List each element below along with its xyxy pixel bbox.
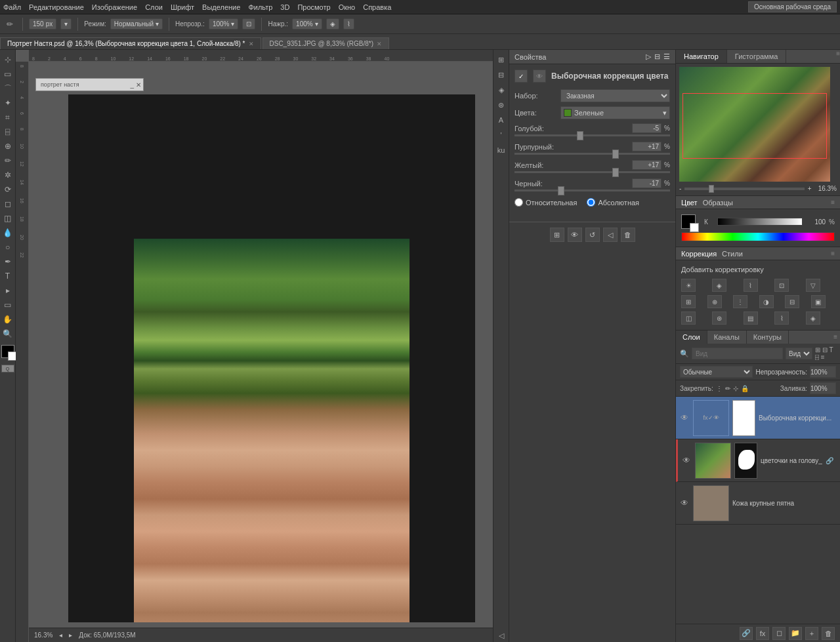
lock-px-icon[interactable]: ⋮ xyxy=(716,385,723,392)
nav-right-icon[interactable]: ▸ xyxy=(69,632,72,639)
color-section-header[interactable]: Цвет Образцы ≡ xyxy=(676,196,840,209)
link-layers-btn[interactable]: 🔗 xyxy=(740,627,753,640)
menu-layers[interactable]: Слои xyxy=(145,3,163,11)
crop-tool[interactable]: ⌗ xyxy=(1,111,14,124)
color-collapse-btn[interactable]: ≡ xyxy=(831,199,835,206)
action-prev-btn[interactable]: ◁ xyxy=(603,228,618,242)
text-tool[interactable]: T xyxy=(1,270,14,283)
correction-collapse-btn[interactable]: ≡ xyxy=(831,250,835,257)
posterize-btn[interactable]: ⊟ xyxy=(785,295,799,308)
dodge-tool[interactable]: ○ xyxy=(1,241,14,254)
blend-mode-select[interactable]: Обычные xyxy=(680,366,753,378)
pressure-value[interactable]: 100% ▾ xyxy=(292,18,322,30)
brush-preset-btn[interactable]: ▾ xyxy=(60,18,72,30)
yellow-input[interactable]: +17 xyxy=(632,160,662,170)
fill-value-input[interactable] xyxy=(810,382,836,394)
layer-item-2[interactable]: 👁 Кожа крупные пятна xyxy=(676,482,840,525)
menu-file[interactable]: Файл xyxy=(3,3,21,11)
hsl-btn[interactable]: ▽ xyxy=(806,279,820,292)
lock-all-icon[interactable]: 🔒 xyxy=(741,385,749,392)
menu-help[interactable]: Справка xyxy=(363,3,391,11)
canvas-area[interactable]: 8 2 4 6 8 10 12 14 16 18 20 22 24 26 28 … xyxy=(16,50,493,642)
cyan-input[interactable]: -5 xyxy=(632,123,662,133)
layers-search-type[interactable]: Вид xyxy=(786,348,812,359)
side-icon-6[interactable]: ' xyxy=(495,129,508,142)
brightness-btn[interactable]: ☀ xyxy=(681,279,696,292)
styles-tab[interactable]: Стили xyxy=(722,250,743,258)
side-icon-7[interactable]: ku xyxy=(495,144,508,157)
side-expand-icon[interactable]: ◁ xyxy=(495,629,508,642)
threshold-btn[interactable]: ▣ xyxy=(811,295,826,308)
color-tab[interactable]: Цвет xyxy=(681,199,698,207)
brush-size-input[interactable]: 150 px xyxy=(29,18,56,30)
tab-portrait-close[interactable]: ✕ xyxy=(249,41,254,47)
levels-btn[interactable]: ▤ xyxy=(744,311,758,325)
black-input[interactable]: -17 xyxy=(632,178,662,188)
absolute-radio[interactable]: Абсолютная xyxy=(587,198,639,207)
floating-panel-close[interactable]: ✕ xyxy=(136,81,141,89)
history-brush-tool[interactable]: ⟳ xyxy=(1,183,14,196)
layers-search-input[interactable] xyxy=(692,348,783,359)
floating-panel-controls[interactable]: _ ✕ xyxy=(130,81,141,89)
brush-tool-icon[interactable]: ✏ xyxy=(3,18,16,31)
side-icon-1[interactable]: ⊞ xyxy=(495,53,508,66)
colors-dropdown-icon[interactable]: ▾ xyxy=(663,109,667,117)
add-mask-btn[interactable]: ◻ xyxy=(772,627,786,640)
yellow-slider-track[interactable] xyxy=(514,171,670,173)
invert-btn[interactable]: ◑ xyxy=(759,295,774,308)
channels-tab[interactable]: Каналы xyxy=(707,331,747,344)
lock-brush-icon[interactable]: ✏ xyxy=(725,385,730,392)
layer-0-eye[interactable]: 👁 xyxy=(679,412,690,423)
side-icon-4[interactable]: ⊛ xyxy=(495,98,508,111)
tab-portrait[interactable]: Портрет Настя.psd @ 16,3% (Выборочная ко… xyxy=(0,37,261,49)
menu-font[interactable]: Шрифт xyxy=(171,3,194,11)
smoothing-btn[interactable]: ⌇ xyxy=(343,18,354,30)
properties-menu-icon[interactable]: ☰ xyxy=(663,52,670,61)
menu-image[interactable]: Изображение xyxy=(92,3,137,11)
layers-tab[interactable]: Слои xyxy=(676,331,707,344)
menu-select[interactable]: Выделение xyxy=(202,3,240,11)
navigator-tab[interactable]: Навигатор xyxy=(676,50,727,63)
zoom-tool[interactable]: 🔍 xyxy=(1,327,14,340)
nav-rect[interactable] xyxy=(682,93,827,159)
opacity-value[interactable]: 100% ▾ xyxy=(209,18,239,30)
shape-tool[interactable]: ▭ xyxy=(1,298,14,311)
clone-stamp-tool[interactable]: ✲ xyxy=(1,169,14,182)
magenta-slider-thumb[interactable] xyxy=(612,150,619,159)
nav-left-icon[interactable]: ◂ xyxy=(59,632,62,639)
layers-search-icon-row[interactable]: ⊞ ⊟ T ⌸ ≡ xyxy=(815,346,836,361)
action-delete-btn[interactable]: 🗑 xyxy=(621,228,635,242)
gradient-tool[interactable]: ◫ xyxy=(1,212,14,225)
properties-header-controls[interactable]: ▷ ⊟ ☰ xyxy=(646,52,670,61)
correction-tab[interactable]: Коррекция xyxy=(681,250,717,258)
samples-tab[interactable]: Образцы xyxy=(703,199,733,207)
bg-color-swatch[interactable] xyxy=(690,223,699,232)
correction-section-header[interactable]: Коррекция Стили ≡ xyxy=(676,247,840,260)
canvas-content[interactable]: портрет настя _ ✕ xyxy=(29,62,493,622)
magenta-input[interactable]: +17 xyxy=(632,142,662,151)
cyan-slider-track[interactable] xyxy=(514,134,670,136)
new-layer-btn[interactable]: + xyxy=(805,627,818,640)
colorlookup-btn[interactable]: ⋮ xyxy=(733,295,747,308)
opacity-toggle[interactable]: ⊡ xyxy=(242,18,255,30)
fg-color-swatch[interactable] xyxy=(681,214,696,229)
set-select[interactable]: Заказная xyxy=(560,89,670,102)
workspace-selector[interactable]: Основная рабочая среда xyxy=(748,1,837,12)
move-tool[interactable]: ⊹ xyxy=(1,53,14,66)
action-clip-btn[interactable]: ⊞ xyxy=(550,228,564,242)
absolute-radio-input[interactable] xyxy=(587,198,595,207)
delete-layer-btn[interactable]: 🗑 xyxy=(822,627,835,640)
magic-wand-tool[interactable]: ✦ xyxy=(1,96,14,110)
curves-btn[interactable]: ⌇ xyxy=(744,279,758,292)
mode-select[interactable]: Нормальный ▾ xyxy=(110,18,163,30)
menu-view[interactable]: Просмотр xyxy=(297,3,330,11)
heal-tool[interactable]: ⊕ xyxy=(1,140,14,153)
black-slider-track[interactable] xyxy=(514,190,670,191)
side-icon-2[interactable]: ⊟ xyxy=(495,68,508,81)
photofilter-btn[interactable]: ⊕ xyxy=(707,295,722,308)
yellow-slider-thumb[interactable] xyxy=(612,168,619,177)
action-eye-btn[interactable]: 👁 xyxy=(568,228,582,242)
brush-tool[interactable]: ✏ xyxy=(1,154,14,167)
menu-window[interactable]: Окно xyxy=(339,3,356,11)
hand-tool[interactable]: ✋ xyxy=(1,313,14,326)
